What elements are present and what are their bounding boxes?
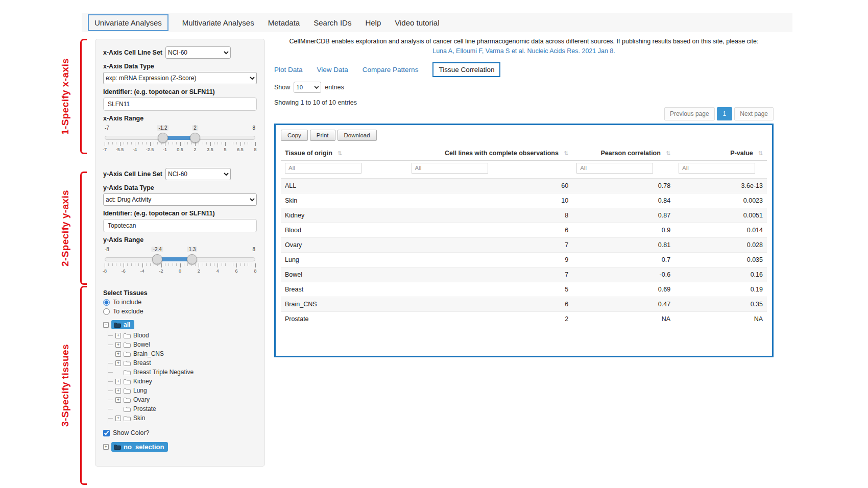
cell-tissue-of-origin: Breast — [281, 282, 407, 297]
cell-tissue-of-origin: Prostate — [281, 311, 407, 326]
slider-tick-mark — [248, 263, 248, 266]
slider-tick-mark — [229, 263, 229, 266]
table-row[interactable]: Prostate 2 NA NA — [281, 311, 767, 326]
nav-tab-help[interactable]: Help — [365, 18, 381, 27]
expand-icon[interactable]: + — [115, 379, 121, 384]
slider-tick-mark — [135, 263, 135, 266]
expand-icon[interactable]: + — [103, 444, 109, 450]
entries-select[interactable]: 10 — [294, 82, 321, 93]
slider-tick-mark — [173, 142, 173, 144]
slider-tick-mark — [138, 142, 139, 144]
filter-pearson-correlation-input[interactable] — [576, 163, 653, 174]
y-identifier-input[interactable] — [103, 219, 257, 232]
pagination: Previous page 1 Next page — [274, 107, 774, 120]
radio-to-exclude-input[interactable] — [103, 308, 110, 315]
slider-handle-to[interactable] — [187, 254, 197, 264]
filter-p-value-input[interactable] — [679, 163, 755, 174]
tissue-tree-item[interactable]: + Skin — [114, 413, 257, 423]
x-data-type-select[interactable]: exp: mRNA Expression (Z-Score) — [103, 72, 257, 84]
tissue-tree-root[interactable]: − all — [103, 320, 257, 329]
collapse-icon[interactable]: − — [103, 322, 109, 328]
expand-icon[interactable]: + — [115, 342, 121, 348]
sort-icon[interactable]: ⇅ — [564, 150, 568, 156]
y-axis-range-slider[interactable]: -8 8 -2.4 1.3 -8-6-4-202468 — [105, 247, 255, 275]
table-row[interactable]: Lung 9 0.7 0.035 — [281, 252, 767, 267]
slider-handle-from[interactable] — [158, 133, 168, 143]
table-export-button[interactable]: Print — [310, 130, 335, 141]
table-export-button[interactable]: Download — [337, 130, 377, 141]
column-header-pearson-correlation[interactable]: Pearson correlation⇅ — [572, 146, 674, 161]
tissue-tree-item[interactable]: Prostate — [114, 404, 257, 413]
x-identifier-input[interactable] — [103, 97, 257, 111]
expand-icon[interactable]: + — [115, 416, 121, 421]
expand-icon[interactable]: + — [115, 360, 121, 366]
column-header-tissue-of-origin[interactable]: Tissue of origin⇅ — [281, 146, 407, 161]
filter-tissue-of-origin-input[interactable] — [285, 163, 361, 174]
radio-to-include[interactable]: To include — [103, 299, 257, 306]
previous-page-button[interactable]: Previous page — [664, 107, 715, 120]
show-color-row[interactable]: Show Color? — [103, 429, 257, 436]
table-row[interactable]: Breast 5 0.69 0.19 — [281, 282, 767, 297]
y-cell-line-set-select[interactable]: NCI-60 — [165, 168, 231, 180]
table-row[interactable]: ALL 60 0.78 3.6e-13 — [281, 178, 767, 193]
tab-compare-patterns[interactable]: Compare Patterns — [363, 66, 419, 74]
cell-pearson-correlation: 0.87 — [572, 208, 674, 223]
radio-to-exclude[interactable]: To exclude — [103, 308, 257, 315]
tissue-tree-item[interactable]: + Brain_CNS — [114, 349, 257, 358]
slider-tick-mark — [195, 263, 196, 266]
tab-plot-data[interactable]: Plot Data — [274, 66, 303, 74]
nav-tab-metadata[interactable]: Metadata — [268, 18, 300, 27]
table-row[interactable]: Skin 10 0.84 0.0023 — [281, 193, 767, 208]
annotation-bracket — [80, 286, 87, 485]
tree-root-selected-node[interactable]: all — [111, 320, 134, 329]
citation-link[interactable]: Luna A, Elloumi F, Varma S et al. Nuclei… — [432, 47, 615, 55]
sort-icon[interactable]: ⇅ — [666, 150, 670, 156]
tab-tissue-correlation[interactable]: Tissue Correlation — [432, 62, 500, 77]
expand-icon[interactable]: + — [115, 397, 121, 403]
table-row[interactable]: Kidney 8 0.87 0.0051 — [281, 208, 767, 223]
table-row[interactable]: Bowel 7 -0.6 0.16 — [281, 267, 767, 282]
nav-tab-video-tutorial[interactable]: Video tutorial — [395, 18, 439, 27]
slider-tick-mark — [120, 142, 120, 146]
column-header-cell-lines[interactable]: Cell lines with complete observations⇅ — [407, 146, 573, 161]
nav-tab-multivariate-analyses[interactable]: Multivariate Analyses — [182, 18, 254, 27]
tissue-tree-item-label: Breast — [133, 358, 151, 368]
tissue-tree-item[interactable]: Breast Triple Negative — [114, 368, 257, 377]
filter-cell-lines-input[interactable] — [412, 163, 488, 174]
expand-icon[interactable]: + — [115, 333, 121, 338]
nav-tab-search-ids[interactable]: Search IDs — [314, 18, 351, 27]
column-header-p-value[interactable]: P-value⇅ — [674, 146, 767, 161]
tissue-tree-item[interactable]: + Ovary — [114, 395, 257, 404]
tissue-tree-item[interactable]: + Kidney — [114, 377, 257, 386]
show-color-checkbox[interactable] — [103, 430, 110, 436]
sort-icon[interactable]: ⇅ — [337, 150, 342, 156]
table-row[interactable]: Blood 6 0.9 0.014 — [281, 223, 767, 237]
slider-tick-label: 0.5 — [177, 147, 183, 152]
y-data-type-select[interactable]: act: Drug Activity — [103, 193, 257, 206]
tissue-tree-item[interactable]: + Blood — [114, 331, 257, 340]
tissue-tree-item[interactable]: + Lung — [114, 386, 257, 395]
x-cell-line-set-select[interactable]: NCI-60 — [165, 46, 231, 59]
radio-to-include-input[interactable] — [103, 299, 110, 306]
no-selection-selected-node[interactable]: no_selection — [111, 442, 168, 452]
tissue-tree-item-label: Kidney — [133, 377, 152, 386]
tissue-tree-item[interactable]: + Breast — [114, 358, 257, 368]
nav-tab-univariate-analyses[interactable]: Univariate Analyses — [88, 14, 168, 31]
slider-min-label: -7 — [105, 125, 109, 131]
slider-tick-mark — [255, 142, 256, 146]
slider-handle-from[interactable] — [152, 254, 162, 264]
sort-icon[interactable]: ⇅ — [758, 150, 763, 156]
tissue-tree-item-label: Skin — [133, 413, 145, 423]
x-axis-range-slider[interactable]: -7 8 -1.2 2 -7-5.5-4-2.5-10.523.556.58 — [105, 125, 255, 154]
table-export-button[interactable]: Copy — [281, 130, 308, 141]
page-1-button[interactable]: 1 — [717, 107, 733, 120]
slider-handle-to[interactable] — [190, 133, 200, 143]
next-page-button[interactable]: Next page — [734, 107, 774, 120]
tab-view-data[interactable]: View Data — [317, 66, 348, 74]
table-row[interactable]: Ovary 7 0.81 0.028 — [281, 237, 767, 252]
table-row[interactable]: Brain_CNS 6 0.47 0.35 — [281, 297, 767, 311]
expand-icon[interactable]: + — [115, 351, 121, 357]
tissue-tree-item[interactable]: + Bowel — [114, 340, 257, 349]
no-selection-node[interactable]: + no_selection — [103, 442, 257, 452]
expand-icon[interactable]: + — [115, 388, 121, 394]
